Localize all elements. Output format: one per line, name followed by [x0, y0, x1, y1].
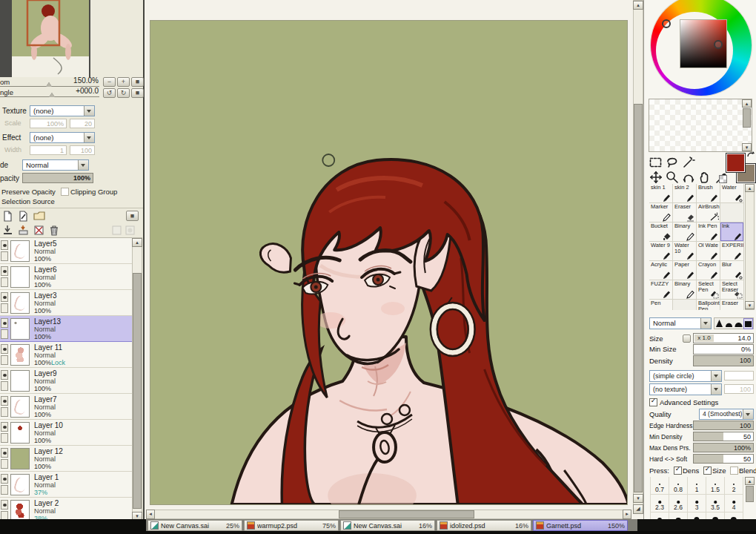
max-dens-slider[interactable]: 100% — [693, 443, 754, 452]
canvas-scroll-up-button[interactable]: ▴ — [633, 1, 643, 10]
zoom-slider-handle[interactable] — [46, 82, 52, 87]
brush-cell[interactable]: Select Eraser — [720, 280, 744, 300]
clipping-group-checkbox[interactable] — [61, 188, 69, 196]
layer-row[interactable]: Layer 10 Normal 100% — [0, 420, 132, 446]
angle-slider-handle[interactable] — [49, 93, 55, 97]
canvas-corner-grip[interactable]: ◢ — [633, 504, 643, 514]
layer-visibility-toggle[interactable] — [1, 474, 8, 484]
brush-blend-dropdown-arrow[interactable] — [700, 318, 711, 329]
brush-cell[interactable]: Ink — [720, 222, 744, 242]
scratchpad-scrollbar-thumb[interactable] — [743, 108, 751, 128]
min-size-box[interactable]: 0% — [693, 344, 754, 355]
layer-visibility-toggle[interactable] — [1, 318, 8, 328]
lasso-tool[interactable] — [665, 156, 680, 169]
brush-cell[interactable]: Brush — [697, 184, 720, 203]
foreground-color-swatch[interactable] — [726, 153, 746, 173]
brush-cell[interactable]: Acrylic — [649, 261, 673, 280]
press-size-checkbox[interactable] — [703, 467, 712, 475]
merge-down-icon[interactable] — [18, 225, 30, 236]
size-preset-cell[interactable]: 2.6 — [669, 495, 688, 512]
brush-edge-round[interactable] — [724, 318, 734, 329]
brush-cell[interactable]: skin 1 — [649, 184, 673, 203]
brush-cell[interactable]: Binary — [673, 222, 697, 242]
layer-row[interactable]: Layer6 Normal 100% — [0, 264, 132, 290]
layer-visibility-toggle[interactable] — [1, 370, 8, 380]
hue-selector-dot[interactable] — [662, 19, 671, 28]
brush-cell[interactable]: Pen — [649, 300, 673, 310]
press-dens-checkbox[interactable] — [674, 467, 682, 475]
scratchpad-scroll-up[interactable]: ▴ — [742, 99, 752, 108]
layer-row[interactable]: Layer 12 Normal 100% — [0, 446, 132, 472]
magic-wand-tool[interactable] — [681, 156, 696, 169]
size-preset-cell[interactable]: 4 — [725, 495, 743, 512]
layer-extra-toggle[interactable] — [1, 459, 8, 469]
layer-row[interactable]: Layer9 Normal 100% — [0, 368, 132, 394]
canvas-scroll-left-button[interactable]: ◂ — [146, 510, 155, 519]
brush-cell[interactable] — [720, 203, 744, 222]
effect-dropdown-arrow[interactable] — [84, 133, 94, 142]
brush-scroll-down[interactable]: ▾ — [745, 301, 755, 309]
zoom-tool[interactable] — [665, 171, 680, 184]
layer-extra-toggle[interactable] — [1, 303, 8, 313]
size-preset-cell[interactable]: 1.5 — [706, 477, 725, 495]
brush-cell[interactable]: Water — [720, 184, 744, 203]
press-blend-checkbox[interactable] — [730, 467, 738, 475]
rotate-reset-button[interactable]: ■ — [131, 88, 144, 98]
brush-cell[interactable]: Blur — [720, 261, 744, 280]
brush-cell[interactable]: AirBrush — [697, 203, 720, 222]
size-preset-cell[interactable]: 3.5 — [706, 495, 725, 512]
size-unit-button[interactable] — [683, 334, 691, 343]
size-preset-cell[interactable]: 2 — [725, 477, 743, 495]
brush-shape-dropdown[interactable]: (simple circle) — [649, 370, 722, 382]
zoom-reset-button[interactable]: ■ — [131, 77, 144, 87]
file-tab[interactable]: New Canvas.sai 16% — [340, 520, 435, 531]
brush-cell[interactable]: Ol Wate — [697, 242, 720, 261]
hand-tool[interactable] — [697, 171, 712, 184]
edge-hardness-slider[interactable]: 100 — [693, 421, 754, 430]
brush-cell[interactable]: Ink Pen — [697, 222, 720, 242]
layer-mode-dropdown[interactable]: Normal — [22, 159, 89, 171]
texture-dropdown[interactable]: (none) — [30, 105, 95, 116]
size-preset-cell[interactable]: 2.3 — [651, 495, 669, 512]
hard-soft-slider[interactable]: 50 — [693, 454, 754, 464]
presets-scroll-up[interactable]: ▴ — [745, 477, 755, 485]
layer-extra-toggle[interactable] — [1, 329, 8, 339]
density-slider[interactable]: 100 — [693, 355, 754, 366]
brush-size-box[interactable]: x 1.0 14.0 — [693, 333, 754, 343]
size-preset-cell[interactable]: 1 — [688, 477, 706, 495]
layer-extra-toggle[interactable] — [1, 355, 8, 365]
brush-texture-dropdown-arrow[interactable] — [711, 384, 721, 395]
canvas-vscrollbar-thumb[interactable] — [634, 104, 643, 492]
zoom-in-button[interactable]: + — [117, 77, 130, 87]
brush-scroll-up[interactable]: ▴ — [745, 184, 755, 192]
quality-dropdown[interactable]: 4 (Smoothest) — [699, 409, 754, 420]
layer-row[interactable]: Layer5 Normal 100% — [0, 238, 132, 264]
layer-row[interactable]: Layer3 Normal 100% — [0, 290, 132, 316]
layer-visibility-toggle[interactable] — [1, 344, 8, 354]
brush-edge-soft[interactable] — [734, 318, 743, 329]
layer-extra-toggle[interactable] — [1, 485, 8, 495]
layer-extra-toggle[interactable] — [1, 433, 8, 443]
canvas[interactable] — [150, 21, 627, 504]
layer-extra-toggle[interactable] — [1, 407, 8, 417]
zoom-out-button[interactable]: − — [103, 77, 116, 87]
canvas-scroll-right-button[interactable]: ▸ — [623, 510, 631, 519]
brush-cell[interactable]: EXPERII — [720, 242, 744, 261]
delete-layer-icon[interactable] — [49, 225, 61, 236]
layer-scroll-up-button[interactable]: ▴ — [132, 238, 142, 247]
brush-texture-dropdown[interactable]: (no texture) — [649, 383, 722, 395]
layer-row[interactable]: Layer7 Normal 100% — [0, 394, 132, 420]
clear-layer-icon[interactable] — [33, 225, 45, 236]
selection-marquee-tool[interactable] — [649, 156, 663, 169]
canvas-hscrollbar-thumb[interactable] — [339, 510, 474, 518]
layer-opacity-slider[interactable]: 100% — [22, 173, 93, 183]
brush-cell[interactable]: Eraser — [720, 300, 744, 310]
new-layer-icon[interactable] — [2, 211, 14, 222]
layer-mode-dropdown-arrow[interactable] — [78, 160, 88, 170]
brush-cell[interactable]: Binary — [673, 280, 697, 300]
brush-cell[interactable]: FUZZY — [649, 280, 673, 300]
brush-cell[interactable]: Marker — [649, 203, 673, 222]
brush-cell[interactable]: Paper — [673, 261, 697, 280]
brush-cell[interactable]: Water 10 — [673, 242, 697, 261]
rotate-tool[interactable] — [681, 171, 696, 184]
